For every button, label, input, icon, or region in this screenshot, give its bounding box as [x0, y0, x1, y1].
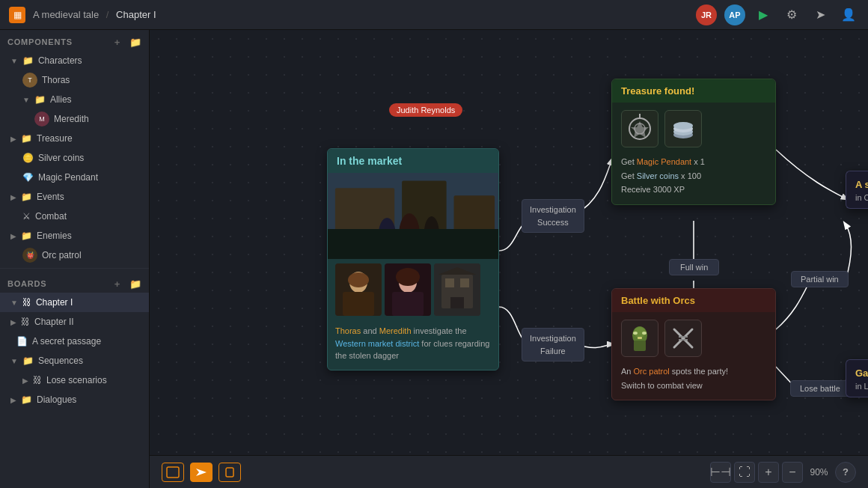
- folder-icon: 📁: [21, 133, 32, 144]
- svg-rect-2: [402, 180, 446, 240]
- node-secret-passage[interactable]: A secret passage in Chapter II: [846, 171, 868, 209]
- node-market-desc: Thoras and Meredith investigate the West…: [328, 320, 498, 370]
- canvas[interactable]: Judith Reynolds In the market: [150, 30, 868, 488]
- coins-icon: [668, 114, 698, 144]
- sidebar-item-chapter1[interactable]: ▼ ⛓ Chapter I: [0, 293, 149, 312]
- avatar-thoras: T: [22, 73, 37, 88]
- breadcrumb: A medieval tale / Chapter I: [33, 9, 156, 20]
- zoom-out-button[interactable]: −: [782, 462, 803, 483]
- sidebar-item-combat[interactable]: ⚔ Combat: [0, 207, 149, 226]
- node-secret-header: A secret passage: [846, 171, 868, 193]
- label-investigation-success: InvestigationSuccess: [522, 199, 584, 233]
- svg-rect-33: [634, 341, 646, 351]
- sidebar-item-sequences[interactable]: ▼ 📁 Sequences: [0, 351, 149, 370]
- help-button[interactable]: ?: [835, 462, 856, 483]
- sidebar-item-enemies[interactable]: ▶ 📁 Enemies: [0, 226, 149, 245]
- fit-zoom-button[interactable]: ⊢⊣: [710, 462, 731, 483]
- sidebar-item-meredith[interactable]: M Meredith: [0, 109, 149, 129]
- play-button[interactable]: ▶: [753, 4, 774, 25]
- boards-label: BOARDS: [7, 279, 46, 288]
- sidebar-item-treasure[interactable]: ▶ 📁 Treasure: [0, 129, 149, 148]
- components-folder-button[interactable]: 📁: [129, 36, 141, 48]
- sidebar-item-secret-passage[interactable]: 📄 A secret passage: [0, 332, 149, 351]
- expand-arrow: ▶: [10, 232, 16, 240]
- battle-icons: [621, 320, 766, 357]
- node-treasure[interactable]: Treasure found!: [611, 79, 776, 205]
- meredith-ref: Meredith: [379, 326, 412, 335]
- sidebar-item-dialogues[interactable]: ▶ 📁 Dialogues: [0, 390, 149, 409]
- frame-button[interactable]: [162, 463, 184, 482]
- node-avatars: [328, 259, 498, 320]
- svg-rect-44: [226, 468, 233, 477]
- sidebar-item-label: Treasure: [37, 133, 73, 144]
- send-button[interactable]: ➤: [810, 4, 831, 25]
- thoras-portrait: [335, 263, 382, 316]
- judith-name: Judith Reynolds: [397, 106, 455, 115]
- svg-rect-36: [638, 337, 642, 339]
- svg-point-11: [348, 272, 369, 287]
- node-battle[interactable]: Battle with Orcs: [611, 288, 776, 400]
- orc-icon-box: [621, 320, 658, 357]
- folder-icon: 📁: [34, 94, 46, 105]
- sidebar-item-label: Silver coins: [38, 153, 84, 163]
- node-gameover-header: Game over IV: [846, 360, 868, 382]
- expand-arrow: ▼: [22, 96, 30, 104]
- fullscreen-button[interactable]: ⛶: [734, 462, 755, 483]
- avatar-meredith: M: [34, 112, 49, 126]
- node-battle-header: Battle with Orcs: [612, 289, 775, 312]
- pendant-icon: [625, 114, 655, 144]
- svg-rect-14: [392, 292, 424, 316]
- sidebar-item-label: Thoras: [42, 75, 70, 85]
- sidebar-item-label: Sequences: [38, 356, 83, 366]
- user-button[interactable]: 👤: [838, 4, 859, 25]
- sidebar-item-silver-coins[interactable]: 🪙 Silver coins: [0, 148, 149, 168]
- diamond-button[interactable]: [218, 463, 241, 482]
- boards-add-button[interactable]: +: [111, 278, 123, 290]
- node-market-header: In the market: [328, 149, 498, 173]
- sidebar-item-allies[interactable]: ▼ 📁 Allies: [0, 90, 149, 109]
- expand-arrow: ▼: [10, 57, 18, 65]
- expand-arrow: ▼: [10, 357, 18, 365]
- components-add-button[interactable]: +: [111, 36, 123, 48]
- sidebar: COMPONENTS + 📁 ▼ 📁 Characters T Thoras ▼…: [0, 30, 150, 488]
- svg-point-7: [424, 216, 439, 249]
- building-icon: [434, 263, 480, 316]
- avatar-ap[interactable]: AP: [724, 4, 745, 25]
- arrow-button[interactable]: [190, 463, 213, 482]
- sidebar-item-lose-scenarios[interactable]: ▶ ⛓ Lose scenarios: [0, 370, 149, 390]
- zoom-in-button[interactable]: +: [758, 462, 779, 483]
- treasure-icons: [621, 110, 766, 147]
- node-treasure-body: Get Magic Pendant x 1 Get Silver coins x…: [612, 103, 775, 204]
- components-header: COMPONENTS + 📁: [0, 30, 149, 51]
- sidebar-divider: [0, 268, 149, 269]
- node-secret-subtitle: in Chapter II: [846, 193, 868, 208]
- sidebar-item-thoras[interactable]: T Thoras: [0, 70, 149, 90]
- boards-folder-button[interactable]: 📁: [129, 278, 141, 290]
- app-icon: ▦: [9, 7, 25, 23]
- expand-arrow: ▶: [10, 135, 16, 143]
- sidebar-item-chapter2[interactable]: ▶ ⛓ Chapter II: [0, 312, 149, 332]
- svg-point-5: [378, 218, 396, 255]
- sidebar-item-label: Events: [37, 192, 64, 202]
- sidebar-item-label: Characters: [38, 55, 82, 66]
- sidebar-item-characters[interactable]: ▼ 📁 Characters: [0, 51, 149, 70]
- expand-arrow: ▼: [10, 299, 18, 307]
- treasure-text: Get Magic Pendant x 1 Get Silver coins x…: [621, 155, 766, 197]
- svg-marker-25: [631, 121, 649, 138]
- components-label: COMPONENTS: [7, 37, 73, 46]
- folder-icon: 📁: [21, 394, 32, 405]
- silver-coins-icon: 🪙: [22, 153, 34, 163]
- sidebar-item-events[interactable]: ▶ 📁 Events: [0, 187, 149, 207]
- sidebar-item-magic-pendant[interactable]: 💎 Magic Pendant: [0, 168, 149, 187]
- sidebar-item-orc-patrol[interactable]: 👹 Orc patrol: [0, 245, 149, 265]
- folder-icon: 📁: [21, 231, 32, 241]
- label-partial-win: Partial win: [791, 271, 849, 287]
- frame-icon: [166, 466, 180, 478]
- svg-rect-42: [167, 467, 179, 478]
- svg-rect-1: [335, 188, 394, 240]
- node-gameover[interactable]: Game over IV in Lose scenarios: [846, 359, 868, 397]
- settings-button[interactable]: ⚙: [781, 4, 802, 25]
- node-market[interactable]: In the market: [327, 148, 499, 370]
- avatar-jr[interactable]: JR: [696, 4, 717, 25]
- svg-point-29: [673, 122, 693, 129]
